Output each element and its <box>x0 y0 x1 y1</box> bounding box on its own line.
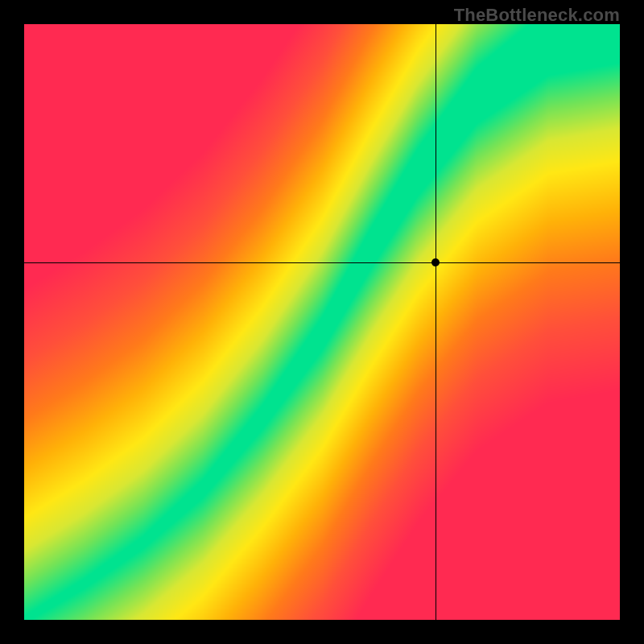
heatmap-canvas <box>24 24 620 620</box>
chart-frame: TheBottleneck.com <box>0 0 644 644</box>
watermark-text: TheBottleneck.com <box>454 5 620 26</box>
